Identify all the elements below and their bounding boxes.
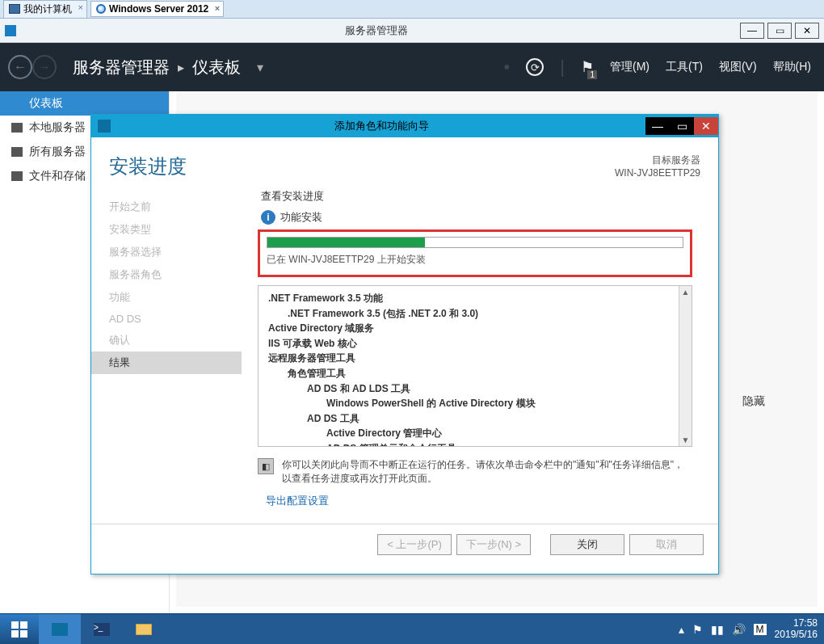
nav-label: 所有服务器 [29, 145, 86, 159]
progress-highlight-box: 已在 WIN-JVJ8EETTP29 上开始安装 [258, 229, 692, 277]
menu-help[interactable]: 帮助(H) [773, 60, 811, 74]
feature-list-panel: .NET Framework 3.5 功能 .NET Framework 3.5… [258, 285, 692, 447]
notifications-flag-icon[interactable]: ⚑1 [581, 58, 594, 76]
step-install-type: 安装类型 [109, 218, 242, 241]
clock-date: 2019/5/16 [775, 629, 818, 641]
step-results[interactable]: 结果 [91, 351, 242, 374]
dashboard-icon [11, 99, 23, 108]
close-icon[interactable]: × [78, 2, 83, 12]
progress-text: 已在 WIN-JVJ8EETTP29 上开始安装 [267, 253, 683, 267]
feat-snapins: AD DS 管理单元和命令行工具 [326, 443, 456, 447]
target-server-name: WIN-JVJ8EETTP29 [615, 167, 700, 179]
feat-ps-ad: Windows PowerShell 的 Active Directory 模块 [326, 398, 536, 409]
step-server-roles: 服务器角色 [109, 263, 242, 286]
menu-view[interactable]: 视图(V) [719, 60, 757, 74]
feat-rsat: 远程服务器管理工具 [268, 352, 355, 364]
hide-link[interactable]: 隐藏 [742, 394, 765, 409]
progress-fill [267, 238, 425, 247]
servers-icon [11, 147, 23, 157]
close-button[interactable]: ✕ [795, 23, 819, 39]
host-tab-strip: 我的计算机 × Windows Server 2012 × [0, 0, 824, 19]
menu-tools[interactable]: 工具(T) [666, 60, 703, 74]
tray-clock[interactable]: 17:58 2019/5/16 [775, 618, 818, 641]
next-button: 下一步(N) > [456, 534, 531, 555]
tab-label: 我的计算机 [23, 2, 72, 16]
prev-button: < 上一步(P) [377, 534, 452, 555]
wizard-close-button[interactable]: ✕ [694, 117, 718, 135]
close-wizard-button[interactable]: 关闭 [550, 534, 624, 555]
tray-chevron-up-icon[interactable]: ▴ [679, 623, 684, 636]
step-before: 开始之前 [109, 196, 242, 218]
feat-netfx35-sub: .NET Framework 3.5 (包括 .NET 2.0 和 3.0) [288, 308, 478, 319]
feat-iis: IIS 可承载 Web 核心 [268, 338, 357, 349]
tray-volume-icon[interactable]: 🔊 [732, 623, 746, 636]
wizard-heading: 安装进度 [109, 154, 187, 179]
step-features: 功能 [109, 286, 242, 309]
wizard-titlebar: 添加角色和功能向导 — ▭ ✕ [91, 115, 718, 137]
nav-forward-button[interactable]: → [32, 55, 57, 79]
notification-count: 1 [587, 70, 597, 79]
cancel-button: 取消 [629, 534, 704, 555]
breadcrumb: 服务器管理器 ▸ 仪表板 [73, 57, 241, 78]
taskbar: >_ ▴ ⚑ ▮▮ 🔊 M 17:58 2019/5/16 [0, 613, 824, 644]
step-confirm: 确认 [109, 329, 242, 351]
server-manager-header: ← → 服务器管理器 ▸ 仪表板 ▾ • ⟳ | ⚑1 管理(M) 工具(T) … [0, 43, 824, 91]
feat-adds-adlds: AD DS 和 AD LDS 工具 [307, 383, 410, 394]
task-server-manager[interactable] [39, 614, 81, 644]
feat-adds: Active Directory 域服务 [268, 322, 374, 334]
minimize-button[interactable]: — [740, 23, 764, 39]
refresh-icon[interactable]: ⟳ [526, 58, 544, 76]
task-icon: ◧ [258, 458, 274, 474]
scrollbar[interactable]: ▲▼ [679, 286, 692, 446]
wizard-minimize-button[interactable]: — [645, 117, 670, 135]
task-powershell[interactable]: >_ [81, 614, 123, 644]
server-manager-icon [5, 25, 16, 36]
feature-install-label: 功能安装 [280, 210, 322, 225]
breadcrumb-page: 仪表板 [192, 57, 241, 78]
breadcrumb-app: 服务器管理器 [73, 57, 170, 78]
wizard-main: 查看安装进度 i 功能安装 已在 WIN-JVJ8EETTP29 上开始安装 .… [242, 189, 718, 524]
server-manager-titlebar: 服务器管理器 — ▭ ✕ [0, 19, 824, 43]
tray-ime-indicator[interactable]: M [754, 624, 767, 635]
nav-label: 本地服务器 [29, 120, 86, 135]
feat-adds-tools: AD DS 工具 [307, 413, 359, 424]
info-icon: i [261, 210, 275, 225]
chevron-right-icon: ▸ [178, 60, 184, 75]
note-text: 你可以关闭此向导而不中断正在运行的任务。请依次单击命令栏中的"通知"和"任务详细… [282, 458, 689, 486]
menu-manage[interactable]: 管理(M) [610, 60, 650, 74]
tray-network-icon[interactable]: ▮▮ [711, 623, 724, 636]
progress-bar [267, 237, 683, 248]
feat-netfx35: .NET Framework 3.5 功能 [268, 293, 383, 304]
wizard-footer: < 上一步(P) 下一步(N) > 关闭 取消 [91, 524, 718, 564]
wizard-steps: 开始之前 安装类型 服务器选择 服务器角色 功能 AD DS 确认 结果 [91, 189, 242, 524]
server-icon [11, 123, 23, 133]
export-config-link[interactable]: 导出配置设置 [266, 494, 329, 508]
close-icon[interactable]: × [215, 3, 220, 13]
add-roles-wizard: 添加角色和功能向导 — ▭ ✕ 安装进度 目标服务器 WIN-JVJ8EETTP… [90, 114, 719, 575]
monitor-icon [9, 4, 20, 14]
wizard-icon [98, 120, 111, 133]
wizard-maximize-button[interactable]: ▭ [670, 117, 694, 135]
start-button[interactable] [0, 614, 39, 644]
nav-back-button[interactable]: ← [8, 55, 32, 79]
wizard-title: 添加角色和功能向导 [117, 119, 645, 133]
clock-time: 17:58 [775, 618, 818, 629]
window-title: 服务器管理器 [16, 23, 737, 38]
tab-windows-server-2012[interactable]: Windows Server 2012 × [90, 1, 224, 17]
maximize-button[interactable]: ▭ [767, 23, 792, 39]
feat-adac: Active Directory 管理中心 [326, 427, 442, 439]
target-server-label: 目标服务器 [615, 154, 700, 167]
step-server-selection: 服务器选择 [109, 241, 242, 263]
storage-icon [11, 171, 23, 181]
view-progress-label: 查看安装进度 [261, 189, 705, 204]
feat-role-admin: 角色管理工具 [288, 368, 346, 379]
tab-my-computer[interactable]: 我的计算机 × [3, 0, 87, 19]
step-adds: AD DS [109, 309, 242, 329]
nav-dashboard[interactable]: 仪表板 [0, 91, 169, 116]
nav-label: 文件和存储 [29, 169, 86, 183]
windows-logo-icon [11, 621, 27, 638]
ie-icon [96, 4, 106, 14]
task-explorer[interactable] [123, 614, 165, 644]
tab-label: Windows Server 2012 [109, 3, 208, 15]
tray-flag-icon[interactable]: ⚑ [692, 623, 703, 636]
